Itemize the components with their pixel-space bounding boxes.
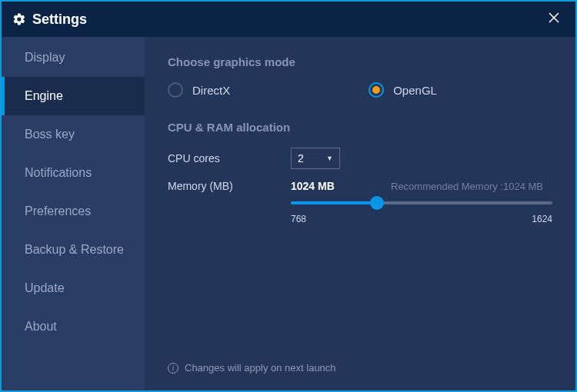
main-panel: Choose graphics mode DirectX OpenGL CPU … (145, 37, 575, 390)
memory-row: Memory (MB) 1024 MB Recommended Memory :… (168, 180, 552, 192)
titlebar-left: Settings (12, 12, 87, 28)
radio-circle-icon (369, 82, 384, 98)
memory-value: 1024 MB (291, 180, 375, 192)
slider-max: 1624 (532, 214, 552, 224)
graphics-heading: Choose graphics mode (168, 55, 552, 68)
slider-track (291, 201, 552, 204)
close-button[interactable] (543, 8, 565, 31)
sidebar-item-label: About (25, 320, 57, 334)
memory-slider[interactable]: 768 1624 (291, 201, 552, 224)
slider-thumb[interactable] (370, 196, 384, 210)
slider-labels: 768 1624 (291, 214, 552, 224)
sidebar-item-preferences[interactable]: Preferences (2, 192, 145, 231)
sidebar-item-about[interactable]: About (2, 307, 145, 346)
radio-opengl[interactable]: OpenGL (369, 82, 437, 98)
memory-recommended: Recommended Memory :1024 MB (391, 181, 543, 192)
sidebar-item-boss-key[interactable]: Boss key (2, 115, 145, 154)
sidebar-item-engine[interactable]: Engine (2, 77, 145, 115)
window-title: Settings (32, 12, 87, 28)
radio-circle-icon (168, 82, 183, 98)
footer-note-text: Changes will apply on next launch (185, 362, 336, 374)
memory-label: Memory (MB) (168, 180, 291, 192)
chevron-down-icon: ▼ (326, 154, 333, 162)
body: Display Engine Boss key Notifications Pr… (2, 37, 575, 390)
sidebar-item-label: Display (25, 51, 65, 65)
sidebar-item-update[interactable]: Update (2, 269, 145, 307)
sidebar-item-display[interactable]: Display (2, 38, 145, 77)
sidebar-item-label: Boss key (25, 128, 75, 141)
info-icon: i (168, 363, 178, 374)
footer-note: i Changes will apply on next launch (168, 362, 336, 374)
sidebar-item-label: Engine (25, 89, 63, 103)
close-icon (548, 12, 560, 24)
sidebar-item-backup-restore[interactable]: Backup & Restore (2, 231, 145, 269)
settings-window: Settings Display Engine Boss key Notific… (0, 0, 577, 392)
graphics-radio-group: DirectX OpenGL (168, 82, 552, 98)
radio-label: OpenGL (393, 84, 437, 97)
allocation-heading: CPU & RAM allocation (168, 121, 552, 134)
sidebar-item-label: Update (25, 281, 65, 295)
sidebar: Display Engine Boss key Notifications Pr… (2, 37, 145, 390)
slider-min: 768 (291, 214, 306, 224)
radio-label: DirectX (192, 84, 230, 97)
cpu-cores-select[interactable]: 2 ▼ (291, 148, 340, 169)
cpu-row: CPU cores 2 ▼ (168, 148, 552, 169)
sidebar-item-notifications[interactable]: Notifications (2, 154, 145, 192)
radio-directx[interactable]: DirectX (168, 82, 230, 98)
titlebar: Settings (2, 2, 575, 37)
sidebar-item-label: Notifications (25, 166, 92, 180)
sidebar-item-label: Backup & Restore (25, 243, 124, 257)
cpu-cores-value: 2 (298, 152, 304, 164)
cpu-label: CPU cores (168, 152, 291, 164)
gear-icon (12, 12, 26, 26)
sidebar-item-label: Preferences (25, 204, 91, 218)
